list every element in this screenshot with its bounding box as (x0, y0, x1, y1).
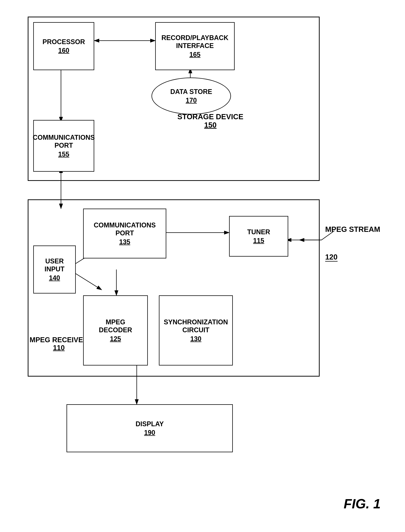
record-playback-block: RECORD/PLAYBACK INTERFACE 165 (155, 22, 235, 70)
mpeg-decoder-block: MPEG DECODER 125 (83, 295, 148, 366)
user-input-block: USER INPUT 140 (33, 245, 76, 294)
tuner-block: TUNER 115 (229, 216, 288, 256)
comm-port-135-block: COMMUNICATIONS PORT 135 (83, 209, 166, 258)
mpeg-receiver-label: MPEG RECEIVER 110 (30, 336, 88, 352)
data-store-ellipse: DATA STORE 170 (151, 78, 231, 114)
diagram-container: STORAGE DEVICE 150 PROCESSOR 160 RECORD/… (11, 7, 390, 520)
sync-circuit-block: SYNCHRONIZATION CIRCUIT 130 (159, 295, 233, 366)
mpeg-stream-ref: 120 (325, 253, 338, 261)
figure-label: FIG. 1 (344, 496, 381, 511)
mpeg-stream-line (299, 229, 336, 247)
storage-device-label: STORAGE DEVICE 150 (177, 113, 243, 129)
display-block: DISPLAY 190 (67, 404, 233, 452)
processor-block: PROCESSOR 160 (33, 22, 94, 70)
comm-port-155-block: COMMUNICATIONS PORT 155 (33, 120, 94, 172)
svg-line-13 (322, 231, 334, 240)
